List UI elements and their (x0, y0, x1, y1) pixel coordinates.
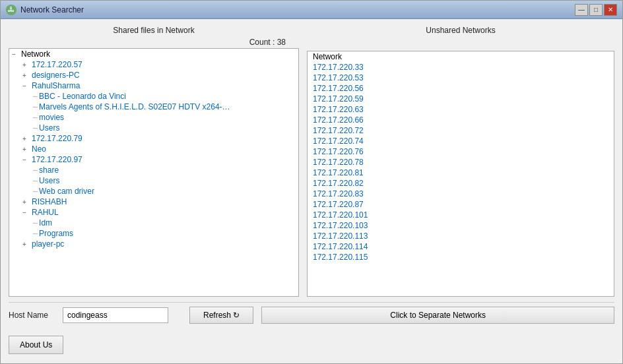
about-us-button[interactable]: About Us (9, 336, 63, 354)
network-item[interactable]: 172.17.220.115 (308, 252, 614, 262)
app-icon: 🖧 (6, 5, 16, 15)
network-item[interactable]: 172.17.220.81 (308, 167, 614, 178)
tree-item[interactable]: + RISHABH (9, 197, 298, 207)
minimize-button[interactable]: — (575, 4, 588, 16)
refresh-button[interactable]: Refresh ↻ (189, 307, 253, 324)
bottom-bar: Host Name Refresh ↻ Click to Separate Ne… (9, 302, 614, 328)
main-window: 🖧 Network Searcher — □ ✕ Shared files in… (0, 0, 623, 364)
network-item[interactable]: 172.17.220.113 (308, 231, 614, 241)
network-item[interactable]: 172.17.220.59 (308, 94, 614, 104)
tree-item[interactable]: − RAHUL (9, 207, 298, 218)
leaf-dash: ─ (33, 230, 38, 237)
network-item[interactable]: 172.17.220.101 (308, 210, 614, 220)
title-bar: 🖧 Network Searcher — □ ✕ (1, 1, 622, 19)
main-content: Shared files in Network Count : 38 − Net… (1, 19, 622, 363)
network-item[interactable]: 172.17.220.103 (308, 220, 614, 231)
expander-icon: + (22, 135, 32, 142)
tree-item[interactable]: + 172.17.220.57 (9, 59, 298, 70)
item-label: Idm (39, 218, 52, 228)
network-item[interactable]: 172.17.220.63 (308, 104, 614, 115)
leaf-dash: ─ (33, 188, 38, 195)
leaf-dash: ─ (33, 167, 38, 174)
network-item[interactable]: 172.17.220.87 (308, 199, 614, 210)
expander-icon: + (22, 72, 32, 79)
host-name-label: Host Name (9, 311, 55, 320)
network-item[interactable]: 172.17.220.82 (308, 178, 614, 189)
network-item[interactable]: 172.17.220.33 (308, 62, 614, 73)
leaf-dash: ─ (33, 177, 38, 185)
item-label: designers-PC (32, 71, 80, 80)
network-item[interactable]: 172.17.220.78 (308, 157, 614, 167)
network-item[interactable]: 172.17.220.83 (308, 189, 614, 199)
tree-item[interactable]: + player-pc (9, 239, 298, 249)
tree-item[interactable]: ─ Users (9, 123, 298, 133)
unshared-networks-list[interactable]: Network 172.17.220.33 172.17.220.53 172.… (307, 51, 614, 297)
expander-icon: − (22, 156, 32, 164)
expander-icon: − (22, 209, 32, 216)
item-label: Marvels Agents of S.H.I.E.L.D. S02E07 HD… (39, 102, 230, 111)
expander-icon: − (12, 51, 21, 58)
tree-item[interactable]: + designers-PC (9, 70, 298, 80)
expander-icon: + (22, 146, 32, 153)
network-item[interactable]: 172.17.220.76 (308, 146, 614, 157)
item-label: share (39, 166, 59, 175)
tree-item[interactable]: − RahulSharma (9, 80, 298, 91)
leaf-dash: ─ (33, 114, 38, 121)
leaf-dash: ─ (33, 104, 38, 111)
shared-files-tree[interactable]: − Network + 172.17.220.57 + designers-PC (9, 48, 299, 297)
window-title: Network Searcher (20, 5, 84, 15)
tree-item[interactable]: ─ Idm (9, 218, 298, 228)
expander-icon: + (22, 61, 32, 69)
right-panel-header: Unshared Networks (307, 26, 614, 35)
tree-item[interactable]: ─ movies (9, 112, 298, 123)
item-label: movies (39, 113, 64, 122)
network-item[interactable]: 172.17.220.74 (308, 136, 614, 146)
item-label: Network (21, 49, 50, 59)
tree-item[interactable]: ─ Programs (9, 228, 298, 239)
tree-item[interactable]: − 172.17.220.97 (9, 154, 298, 165)
close-button[interactable]: ✕ (604, 4, 617, 16)
tree-item[interactable]: − Network (9, 49, 298, 59)
item-label: Programs (39, 229, 73, 238)
item-label: RAHUL (32, 208, 59, 217)
network-item[interactable]: Network (308, 51, 614, 62)
expander-icon: + (22, 198, 32, 206)
item-label: player-pc (32, 239, 64, 249)
left-panel: Shared files in Network Count : 38 − Net… (9, 26, 299, 297)
tree-item[interactable]: ─ Web cam driver (9, 186, 298, 197)
panels-row: Shared files in Network Count : 38 − Net… (9, 26, 614, 297)
title-bar-buttons: — □ ✕ (575, 4, 617, 16)
tree-item[interactable]: ─ Users (9, 175, 298, 186)
maximize-button[interactable]: □ (589, 4, 603, 16)
item-label: BBC - Leonardo da Vinci (39, 92, 126, 101)
tree-item[interactable]: ─ share (9, 165, 298, 175)
tree-item[interactable]: ─ BBC - Leonardo da Vinci (9, 91, 298, 102)
item-label: RahulSharma (32, 81, 80, 90)
expander-icon: − (22, 82, 32, 90)
network-item[interactable]: 172.17.220.114 (308, 241, 614, 252)
tree-item[interactable]: + 172.17.220.79 (9, 133, 298, 144)
expander-icon: + (22, 241, 32, 248)
item-label: Users (39, 176, 59, 185)
host-name-input[interactable] (63, 307, 168, 323)
leaf-dash: ─ (33, 220, 38, 227)
title-bar-left: 🖧 Network Searcher (6, 5, 84, 15)
item-label: 172.17.220.97 (32, 155, 82, 164)
footer-row: About Us (9, 333, 614, 357)
network-item[interactable]: 172.17.220.72 (308, 125, 614, 136)
item-label: 172.17.220.57 (32, 60, 82, 69)
network-item[interactable]: 172.17.220.56 (308, 83, 614, 94)
count-label: Count : 38 (9, 38, 299, 47)
right-panel: Unshared Networks Network 172.17.220.33 … (307, 26, 614, 297)
network-item[interactable]: 172.17.220.66 (308, 115, 614, 125)
separate-networks-button[interactable]: Click to Separate Networks (261, 307, 614, 324)
item-label: Neo (32, 144, 46, 154)
tree-item[interactable]: ─ Marvels Agents of S.H.I.E.L.D. S02E07 … (9, 102, 298, 112)
item-label: Users (39, 123, 59, 133)
tree-item[interactable]: + Neo (9, 144, 298, 154)
leaf-dash: ─ (33, 125, 38, 132)
network-item[interactable]: 172.17.220.53 (308, 73, 614, 83)
item-label: 172.17.220.79 (32, 134, 82, 143)
item-label: RISHABH (32, 197, 67, 206)
leaf-dash: ─ (33, 93, 38, 100)
